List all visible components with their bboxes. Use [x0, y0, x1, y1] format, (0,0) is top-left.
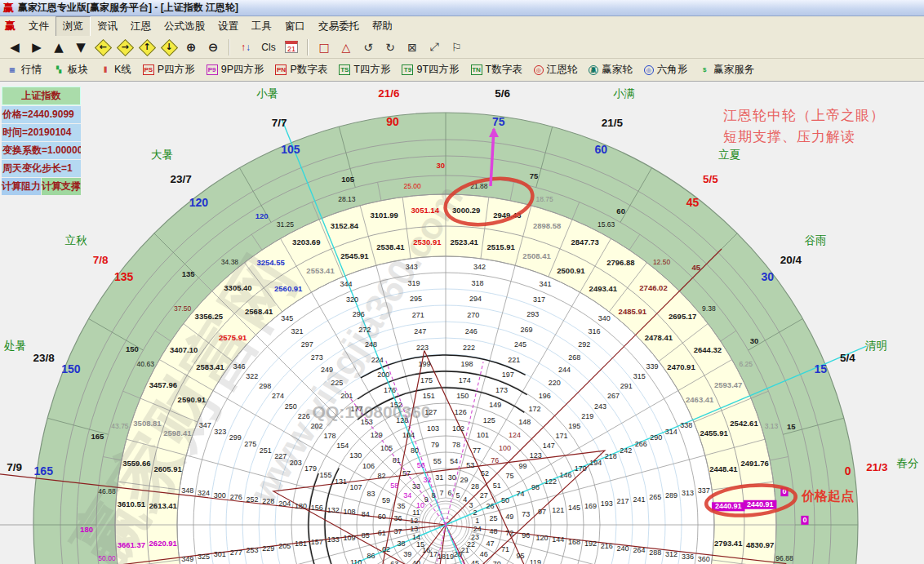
- svg-text:270: 270: [467, 311, 479, 319]
- menu-0[interactable]: 文件: [22, 17, 56, 36]
- shift-right-icon[interactable]: →: [115, 38, 135, 56]
- svg-text:6: 6: [448, 489, 452, 497]
- tool-t-square[interactable]: TST四方形: [339, 63, 390, 77]
- tool-sectors[interactable]: ▚板块: [53, 63, 88, 77]
- menu-4[interactable]: 公式选股: [158, 17, 211, 36]
- svg-text:2560.91: 2560.91: [274, 284, 303, 293]
- draw-square-icon[interactable]: □: [314, 38, 334, 56]
- svg-text:78: 78: [452, 441, 460, 449]
- svg-text:31: 31: [435, 473, 443, 482]
- panel-row-1: 时间=20190104: [2, 124, 81, 141]
- tool-quotes[interactable]: ▦行情: [7, 63, 42, 77]
- rotate-up-icon[interactable]: ▲: [49, 38, 69, 56]
- svg-text:19: 19: [446, 553, 454, 561]
- zoom-out-icon[interactable]: ⊖: [203, 38, 223, 56]
- svg-text:54: 54: [450, 457, 458, 465]
- menu-2[interactable]: 资讯: [91, 17, 124, 36]
- svg-text:179: 179: [304, 464, 317, 473]
- svg-text:101: 101: [477, 431, 489, 439]
- tool-9p-square[interactable]: P99P四方形: [207, 63, 264, 77]
- svg-text:2470.91: 2470.91: [667, 362, 695, 371]
- shift-left-icon[interactable]: ←: [93, 38, 113, 56]
- menu-6[interactable]: 工具: [245, 17, 278, 36]
- tool-gann-wheel[interactable]: ◎江恩轮: [534, 63, 578, 77]
- svg-text:292: 292: [578, 340, 590, 349]
- t-table-label: T数字表: [486, 63, 522, 77]
- rotate-ccw-icon[interactable]: ↺: [358, 38, 378, 56]
- tool-p-square[interactable]: PSP四方形: [143, 63, 195, 77]
- svg-text:3152.84: 3152.84: [331, 221, 359, 230]
- menu-9[interactable]: 帮助: [366, 17, 399, 36]
- svg-text:2538.41: 2538.41: [376, 242, 405, 251]
- select-box-icon[interactable]: ⊠: [402, 38, 422, 56]
- expand-icon[interactable]: ⤢: [424, 38, 444, 56]
- back-icon[interactable]: ◀: [5, 38, 24, 56]
- zoom-in-icon[interactable]: ⊕: [181, 38, 201, 56]
- tool-p-table[interactable]: PNP数字表: [275, 63, 327, 77]
- svg-text:15.63: 15.63: [597, 220, 615, 229]
- gann-wheel[interactable]: 赢家财富网www.yingjia360.comQQ:10080036012345…: [0, 82, 924, 564]
- menu-1[interactable]: 浏览: [56, 16, 91, 37]
- sectors-icon: ▚: [53, 64, 64, 75]
- tool-winner-wheel[interactable]: 赢赢家轮: [589, 63, 633, 77]
- svg-text:109: 109: [344, 534, 356, 542]
- tool-hexagon[interactable]: ◎六角形: [644, 63, 688, 77]
- svg-text:2545.91: 2545.91: [340, 251, 369, 260]
- svg-text:121: 121: [552, 506, 564, 514]
- calendar-icon[interactable]: 21: [282, 38, 301, 56]
- tool-9t-square[interactable]: T99T四方形: [402, 63, 459, 77]
- pointer-flag-icon[interactable]: ⚐: [446, 38, 466, 56]
- svg-text:341: 341: [540, 280, 552, 288]
- svg-text:97: 97: [538, 508, 546, 516]
- svg-text:9: 9: [424, 495, 429, 504]
- svg-text:55: 55: [433, 457, 442, 465]
- svg-text:4830.97: 4830.97: [746, 540, 774, 549]
- rotate-cw-icon[interactable]: ↻: [380, 38, 400, 56]
- quotes-label: 行情: [21, 63, 42, 77]
- tool-service[interactable]: $赢家服务: [699, 63, 754, 77]
- svg-text:130: 130: [349, 451, 362, 460]
- title-bar[interactable]: 赢 赢家江恩专业版[赢家服务平台] - [上证指数 江恩轮]: [0, 0, 924, 16]
- svg-text:225: 225: [331, 379, 343, 387]
- calc-resistance-button[interactable]: 计算阻力: [2, 178, 41, 195]
- cls-icon[interactable]: Cls: [258, 38, 279, 56]
- shift-up-icon[interactable]: ↑: [137, 38, 157, 56]
- svg-text:246: 246: [465, 327, 478, 335]
- menu-8[interactable]: 交易委托: [312, 17, 366, 36]
- tool-kline[interactable]: ⫼K线: [100, 63, 131, 77]
- calc-support-button[interactable]: 计算支撑: [42, 178, 81, 195]
- rim-date-20/4: 20/4: [780, 254, 802, 266]
- rim-degree-30: 30: [762, 270, 775, 283]
- rotate-down-icon[interactable]: ▼: [71, 38, 91, 56]
- forward-icon[interactable]: ▶: [27, 38, 47, 56]
- t-table-icon: TN: [471, 64, 482, 75]
- svg-text:50: 50: [501, 496, 509, 504]
- hexagon-label: 六角形: [657, 63, 688, 77]
- svg-text:251: 251: [260, 446, 272, 455]
- svg-text:29: 29: [460, 476, 469, 484]
- svg-text:23: 23: [471, 533, 479, 541]
- svg-text:31.25: 31.25: [277, 220, 295, 229]
- draw-triangle-icon[interactable]: △: [336, 38, 356, 56]
- svg-text:75: 75: [506, 472, 514, 480]
- updown-icon[interactable]: ↑↓: [236, 38, 255, 56]
- svg-text:193: 193: [601, 500, 613, 508]
- svg-text:60: 60: [378, 513, 386, 521]
- menu-3[interactable]: 江恩: [124, 17, 158, 36]
- svg-text:6.25: 6.25: [739, 360, 753, 368]
- menu-7[interactable]: 窗口: [278, 17, 312, 36]
- svg-text:38: 38: [397, 540, 405, 548]
- app-icon: 赢: [3, 2, 14, 13]
- p-table-label: P数字表: [290, 63, 327, 77]
- svg-text:122: 122: [544, 477, 557, 486]
- menu-5[interactable]: 设置: [211, 17, 245, 36]
- rim-date-5/6: 5/6: [495, 87, 510, 100]
- svg-text:48: 48: [489, 527, 497, 535]
- svg-text:171: 171: [555, 432, 567, 440]
- tool-t-table[interactable]: TNT数字表: [471, 63, 522, 77]
- svg-text:150: 150: [456, 392, 469, 400]
- shift-down-icon[interactable]: ↓: [159, 38, 179, 56]
- svg-text:267: 267: [607, 392, 620, 400]
- svg-text:2493.41: 2493.41: [589, 284, 618, 293]
- svg-text:320: 320: [346, 295, 358, 304]
